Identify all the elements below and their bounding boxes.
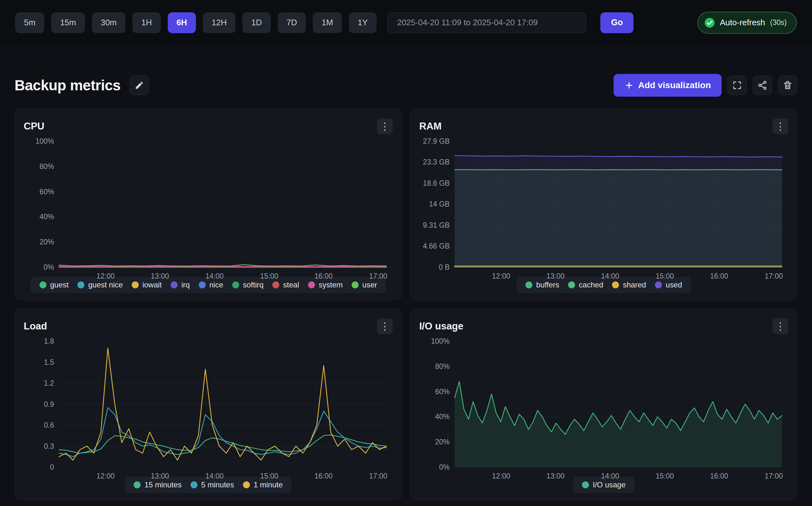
check-circle-icon — [704, 17, 715, 28]
svg-text:0.6: 0.6 — [44, 421, 54, 429]
panel-ram-menu-button[interactable]: ⋮ — [773, 118, 788, 134]
svg-text:17:00: 17:00 — [369, 472, 387, 480]
time-range-12h[interactable]: 12H — [203, 12, 236, 33]
kebab-icon: ⋮ — [380, 321, 390, 331]
trash-icon — [783, 80, 793, 90]
legend-dot — [655, 281, 662, 288]
svg-text:80%: 80% — [435, 362, 450, 370]
legend-dot — [232, 281, 239, 288]
kebab-icon: ⋮ — [380, 121, 390, 132]
share-button[interactable] — [753, 76, 772, 95]
panel-io-title: I/O usage — [419, 321, 464, 332]
pencil-icon — [135, 81, 144, 90]
svg-text:4.66 GB: 4.66 GB — [423, 242, 450, 250]
ram-chart-canvas: 12:0013:0014:0015:0016:0017:000 B4.66 GB… — [419, 136, 788, 273]
time-range-1m[interactable]: 1M — [313, 12, 342, 33]
svg-text:100%: 100% — [35, 137, 54, 145]
panel-cpu-header: CPU ⋮ — [24, 116, 393, 136]
panel-io-header: I/O usage ⋮ — [419, 317, 788, 336]
panel-ram: RAM ⋮ 12:0013:0014:0015:0016:0017:000 B4… — [410, 109, 798, 301]
panel-io: I/O usage ⋮ 12:0013:0014:0015:0016:0017:… — [410, 309, 798, 500]
svg-text:13:00: 13:00 — [151, 272, 169, 280]
svg-text:27.9 GB: 27.9 GB — [423, 137, 450, 145]
svg-text:14:00: 14:00 — [206, 272, 224, 280]
fullscreen-button[interactable] — [727, 76, 747, 95]
svg-text:13:00: 13:00 — [546, 272, 565, 280]
cpu-chart-canvas: 12:0013:0014:0015:0016:0017:000%20%40%60… — [24, 136, 393, 273]
legend-dot — [612, 281, 619, 288]
svg-text:1.5: 1.5 — [44, 358, 54, 366]
delete-dashboard-button[interactable] — [778, 76, 798, 95]
panel-load-header: Load ⋮ — [24, 317, 393, 336]
svg-text:15:00: 15:00 — [656, 272, 674, 280]
panel-cpu-title: CPU — [24, 121, 44, 132]
svg-text:1.8: 1.8 — [44, 337, 54, 345]
svg-text:100%: 100% — [431, 337, 450, 345]
panel-ram-header: RAM ⋮ — [419, 116, 788, 136]
panel-cpu-menu-button[interactable]: ⋮ — [377, 118, 393, 134]
add-visualization-button[interactable]: Add visualization — [614, 74, 722, 97]
fullscreen-icon — [732, 80, 742, 90]
header-actions: Add visualization — [614, 74, 798, 97]
legend-dot — [243, 481, 250, 488]
panel-ram-title: RAM — [419, 121, 442, 132]
svg-text:15:00: 15:00 — [260, 472, 278, 480]
legend-dot — [132, 281, 139, 288]
svg-text:18.6 GB: 18.6 GB — [423, 179, 450, 187]
panel-load: Load ⋮ 12:0013:0014:0015:0016:0017:0000.… — [14, 309, 402, 500]
time-range-1d[interactable]: 1D — [242, 12, 270, 33]
svg-text:14:00: 14:00 — [601, 272, 619, 280]
time-range-5m[interactable]: 5m — [15, 12, 44, 33]
panels-grid: CPU ⋮ 12:0013:0014:0015:0016:0017:000%20… — [14, 109, 798, 500]
time-range-7d[interactable]: 7D — [278, 12, 306, 33]
svg-text:60%: 60% — [435, 388, 450, 396]
time-range-1y[interactable]: 1Y — [349, 12, 377, 33]
edit-title-button[interactable] — [130, 76, 149, 95]
svg-text:14:00: 14:00 — [206, 472, 224, 480]
topbar: 5m15m30m1H6H12H1D7D1M1Y 2025-04-20 11:09… — [0, 0, 812, 46]
kebab-icon: ⋮ — [775, 121, 786, 132]
svg-text:0.3: 0.3 — [44, 442, 54, 450]
legend-dot — [525, 281, 533, 288]
svg-text:17:00: 17:00 — [764, 272, 783, 280]
add-visualization-label: Add visualization — [638, 80, 711, 90]
time-range-6h[interactable]: 6H — [168, 12, 196, 33]
svg-text:16:00: 16:00 — [314, 272, 333, 280]
legend-dot — [134, 481, 141, 488]
svg-text:13:00: 13:00 — [546, 472, 565, 480]
time-range-1h[interactable]: 1H — [133, 12, 161, 33]
svg-text:40%: 40% — [39, 213, 54, 221]
legend-dot — [199, 281, 206, 288]
legend-dot — [308, 281, 315, 288]
svg-text:17:00: 17:00 — [369, 272, 387, 280]
auto-refresh-label: Auto-refresh — [720, 18, 765, 27]
svg-text:12:00: 12:00 — [492, 272, 510, 280]
main-content: Backup metrics Add visualization — [0, 74, 812, 500]
time-range-group: 5m15m30m1H6H12H1D7D1M1Y — [15, 12, 377, 33]
time-range-15m[interactable]: 15m — [51, 12, 85, 33]
svg-text:16:00: 16:00 — [710, 272, 728, 280]
legend-dot — [582, 481, 589, 488]
legend-dot — [352, 281, 358, 288]
legend-dot — [77, 281, 84, 288]
page-title: Backup metrics — [14, 77, 121, 94]
date-range-input[interactable]: 2025-04-20 11:09 to 2025-04-20 17:09 — [387, 12, 586, 33]
svg-text:9.31 GB: 9.31 GB — [423, 221, 450, 229]
svg-text:0%: 0% — [44, 263, 54, 271]
legend-dot — [39, 281, 47, 288]
go-button[interactable]: Go — [600, 12, 634, 33]
time-range-30m[interactable]: 30m — [92, 12, 126, 33]
svg-text:60%: 60% — [39, 188, 54, 196]
share-icon — [757, 80, 767, 90]
svg-text:14 GB: 14 GB — [429, 200, 450, 208]
svg-text:15:00: 15:00 — [260, 272, 278, 280]
panel-io-menu-button[interactable]: ⋮ — [773, 318, 788, 334]
panel-load-menu-button[interactable]: ⋮ — [377, 318, 393, 334]
svg-text:17:00: 17:00 — [764, 472, 783, 480]
panel-load-title: Load — [24, 321, 47, 332]
auto-refresh-toggle[interactable]: Auto-refresh (30s) — [697, 12, 797, 34]
plus-icon — [624, 81, 634, 90]
svg-text:12:00: 12:00 — [96, 272, 115, 280]
svg-text:15:00: 15:00 — [656, 472, 674, 480]
svg-text:0 B: 0 B — [438, 263, 450, 271]
